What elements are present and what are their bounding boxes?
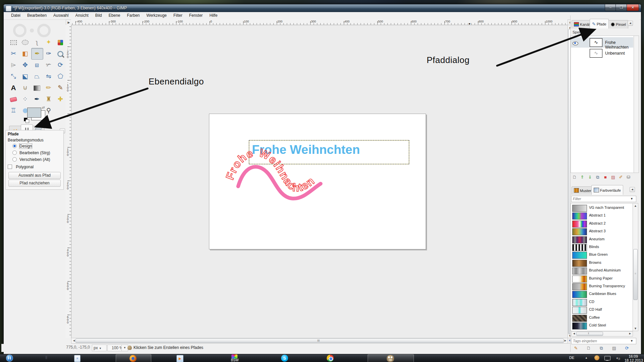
duplicate-gradient-button[interactable]: ⧉ [598, 345, 605, 351]
scale-tool[interactable]: ⤡ [8, 71, 19, 82]
tab-patterns[interactable]: Muster [572, 186, 594, 195]
eraser-tool[interactable] [8, 94, 19, 105]
gradient-row-burning-paper[interactable]: Burning Paper [572, 275, 632, 283]
ink-tool[interactable]: ✒ [31, 94, 43, 105]
lock-brush-icon[interactable]: ✎ [585, 29, 589, 34]
filter-input[interactable]: Filter [571, 196, 636, 202]
gradient-row-caribbean-blues[interactable]: Caribbean Blues [572, 290, 632, 298]
menu-auswahl[interactable]: Auswahl [50, 12, 72, 19]
select-by-color-tool[interactable] [55, 37, 66, 48]
tab-brushes[interactable]: Pinsel [608, 20, 628, 28]
menu-ebene[interactable]: Ebene [105, 12, 124, 19]
measure-tool[interactable]: ⌲ [8, 59, 19, 70]
gradient-row-abstract-2[interactable]: Abstract 2 [572, 220, 632, 228]
grad-scroll-right-icon[interactable]: ► [629, 332, 632, 335]
refresh-gradients-button[interactable]: ⟳ [624, 345, 630, 351]
menu-farben[interactable]: Farben [124, 12, 143, 19]
gradient-row-abstract-1[interactable]: Abstract 1 [572, 212, 632, 220]
rdock-collapse-button[interactable]: ◄ [628, 21, 633, 26]
minimize-button[interactable]: – [605, 4, 616, 11]
gradients-collapse-button[interactable]: ◄ [630, 187, 635, 192]
path-row-2[interactable]: ∿Unbenannt [571, 48, 633, 58]
foreground-color-swatch[interactable] [27, 108, 41, 118]
move-tool[interactable]: ✥ [19, 59, 31, 70]
hscroll-thumb[interactable]: ⦀⦀ [75, 339, 564, 343]
visibility-eye-icon[interactable] [573, 42, 578, 45]
ellipse-select-tool[interactable] [19, 37, 31, 48]
radio-design[interactable]: Design [12, 144, 32, 148]
radio-verschieben-alt-[interactable]: Verschieben (Alt) [12, 157, 50, 162]
gradient-hscrollbar[interactable]: ◄ ⦀ ► [571, 331, 633, 337]
duplicate-path-button[interactable]: ⧉ [594, 174, 601, 180]
delete-gradient-button[interactable]: ▨ [611, 345, 618, 351]
taskbar-skype[interactable]: S [279, 354, 291, 362]
path-row-1[interactable]: ∿Frohe Weihnachten [571, 37, 633, 48]
menu-datei[interactable]: Datei [8, 12, 24, 19]
grad-scroll-up-icon[interactable]: ▲ [634, 204, 637, 207]
gradient-vscrollbar[interactable]: ▲ ≡ ▼ [633, 203, 638, 331]
rectangle-select-tool[interactable] [8, 37, 19, 48]
bucket-fill-tool[interactable]: ⊍ [19, 82, 31, 93]
network-icon[interactable] [604, 356, 610, 360]
rotate-tool[interactable]: ⟳ [55, 59, 66, 70]
raise-path-button[interactable]: ⇑ [579, 174, 586, 180]
show-hidden-icons[interactable]: ▲ [585, 356, 588, 359]
crop-tool[interactable]: ✃ [43, 59, 54, 70]
canvas-hscrollbar[interactable]: ◄ ⦀⦀ ► [71, 338, 568, 344]
free-select-tool[interactable]: ʅ [31, 37, 43, 48]
gradient-row-cd[interactable]: CD [572, 298, 632, 306]
scroll-left-icon[interactable]: ◄ [72, 339, 75, 342]
gradient-row-abstract-3[interactable]: Abstract 3 [572, 228, 632, 235]
swap-colors-icon[interactable]: ⇄ [42, 106, 45, 109]
taskbar-firefox[interactable] [116, 354, 151, 362]
paths-scrollbar[interactable] [634, 36, 639, 173]
fuzzy-select-tool[interactable]: ✦ [43, 37, 54, 48]
gradient-row-cd-half[interactable]: CD Half [572, 306, 632, 314]
volume-icon[interactable]: ◖)) [616, 356, 620, 360]
color-picker-tool[interactable]: ✑ [43, 48, 54, 59]
gradient-row-aneurism[interactable]: Aneurism [572, 236, 632, 243]
language-indicator[interactable]: DE [569, 356, 574, 360]
taskbar-notepad[interactable]: ≡ [72, 354, 84, 362]
menu-fenster[interactable]: Fenster [186, 12, 206, 19]
zoom-tool[interactable] [55, 48, 66, 59]
title-bar[interactable]: *[FW](exportiert)-3.0 (RGB-Farben, 3 Ebe… [4, 4, 641, 12]
gradient-row-vg-nach-transparent[interactable]: VG nach Transparent [572, 204, 632, 212]
tab-paths[interactable]: ✎ Pfade [590, 19, 609, 28]
taskbar-gimp[interactable] [368, 354, 414, 362]
gradient-row-cold-steel[interactable]: Cold Steel [572, 322, 632, 329]
filter-dropdown-icon[interactable]: ▼ [630, 197, 633, 200]
gradient-row-blinds[interactable]: Blinds [572, 243, 632, 251]
gradient-row-coffee[interactable]: Coffee [572, 314, 632, 322]
stroke-path-button[interactable]: ✐ [618, 174, 624, 180]
taskbar-bsw[interactable]: BSW [227, 354, 243, 362]
menu-bearbeiten[interactable]: Bearbeiten [24, 12, 50, 19]
menu-bild[interactable]: Bild [92, 12, 105, 19]
default-colors-icon-bg[interactable] [25, 119, 29, 123]
perspective-clone-tool[interactable]: ♖ [8, 105, 19, 116]
delete-path-button[interactable]: ⛁ [625, 174, 632, 180]
scroll-right-icon[interactable]: ► [564, 339, 567, 342]
path-to-selection-button[interactable]: ■ [602, 174, 609, 180]
perspective-tool[interactable]: ⏢ [31, 71, 43, 82]
gradient-tool[interactable] [31, 82, 43, 93]
flip-tool[interactable]: ⇋ [43, 71, 54, 82]
new-path-button[interactable]: 🗋 [571, 174, 578, 180]
menu-hilfe[interactable]: Hilfe [206, 12, 221, 19]
tab-gradients[interactable]: Farbverläufe [591, 185, 623, 195]
selection-from-path-button[interactable]: Auswahl aus Pfad [8, 172, 61, 179]
heal-tool[interactable]: ✚ [55, 94, 66, 105]
shear-tool[interactable]: ⬕ [19, 71, 31, 82]
paths-tool[interactable]: ✒ [31, 48, 43, 60]
taskbar-media-player[interactable]: ▶ [174, 354, 186, 362]
gradient-row-brushed-aluminium[interactable]: Brushed Aluminium [572, 267, 632, 275]
new-gradient-button[interactable]: 🗋 [585, 345, 592, 351]
menu-werkzeuge[interactable]: Werkzeuge [143, 12, 170, 19]
canvas-image[interactable]: Frohe Weihnchten Frohe Weihnachten [209, 114, 426, 249]
lower-path-button[interactable]: ⇓ [587, 174, 593, 180]
grad-vscroll-thumb[interactable]: ≡ [633, 249, 638, 300]
text-tool[interactable]: A [8, 82, 19, 93]
unit-dropdown[interactable]: px ▼ [92, 345, 107, 351]
tags-input[interactable]: Tags eingeben [571, 338, 636, 344]
grad-hscroll-thumb[interactable]: ⦀ [576, 332, 603, 336]
